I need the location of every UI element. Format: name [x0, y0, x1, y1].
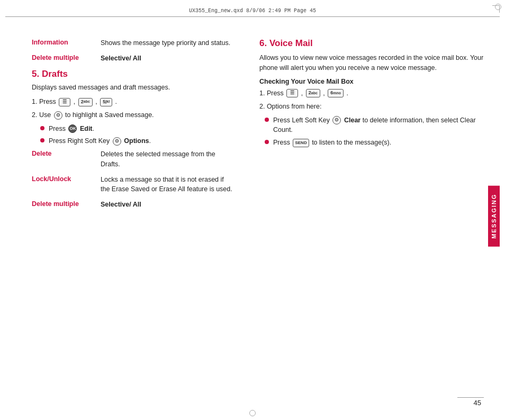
term-row-lockunlock: Lock/Unlock Locks a message so that it i… — [32, 175, 233, 195]
bullet-dot-1 — [40, 126, 44, 130]
def-delete-multiple-bottom: Selective/ All — [101, 200, 233, 210]
messaging-sidebar-tab: MESSAGING — [488, 185, 500, 246]
drafts-bullets: Press OK Edit. Press Right Soft Key ⊙ Op… — [40, 124, 233, 147]
def-delete-multiple-top: Selective/ All — [101, 53, 233, 64]
vm-left-soft-key-icon: ⊙ — [332, 116, 341, 124]
voicemail-step2: 2. Options from here: — [259, 102, 489, 112]
def-lockunlock: Locks a message so that it is not erased… — [101, 175, 233, 195]
key-5jkl-icon: 5jkl — [100, 98, 112, 106]
drafts-step2: 2. Use ⊙ to highlight a Saved message. — [32, 110, 233, 120]
term-row-delete-multiple-bottom: Delete multiple Selective/ All — [32, 200, 233, 210]
def-delete: Deletes the selected message from the Dr… — [101, 149, 233, 169]
section-title-voicemail: 6. Voice Mail — [259, 38, 489, 49]
term-row-information: Information Shows the message type prior… — [32, 38, 233, 48]
page-number: 45 — [474, 399, 481, 407]
term-delete-multiple-bottom: Delete multiple — [32, 200, 101, 208]
vm-send-key-icon: SEND — [293, 139, 309, 147]
term-delete-multiple-top: Delete multiple — [32, 53, 101, 61]
content-area: Information Shows the message type prior… — [5, 17, 500, 415]
vm-key-2abc-icon: 2abc — [306, 89, 320, 97]
term-lockunlock: Lock/Unlock — [32, 175, 101, 183]
drafts-step1: 1. Press ☰ , 2abc , 5jkl . — [32, 97, 233, 107]
vm-bullet-send: Press SEND to listen to the message(s). — [265, 138, 489, 148]
voicemail-body: Allows you to view new voice messages re… — [259, 53, 489, 74]
term-information: Information — [32, 38, 101, 46]
voicemail-step1: 1. Press ☰ , 2abc , 6mno . — [259, 88, 489, 99]
nav-key-icon: ⊙ — [54, 111, 62, 120]
vm-bullet-clear: Press Left Soft Key ⊙ Clear to delete in… — [265, 115, 489, 136]
menu-key-icon: ☰ — [59, 98, 70, 106]
term-row-delete: Delete Deletes the selected message from… — [32, 149, 233, 169]
bullet-press-right-soft-options: Press Right Soft Key ⊙ Options. — [40, 136, 233, 146]
vm-bullet-dot-2 — [265, 140, 269, 144]
drafts-body: Displays saved messages and draft messag… — [32, 83, 233, 93]
bullet-press-ok-edit: Press OK Edit. — [40, 124, 233, 134]
ok-key-icon: OK — [68, 124, 77, 133]
left-column: Information Shows the message type prior… — [5, 17, 249, 415]
right-column: 6. Voice Mail Allows you to view new voi… — [249, 17, 500, 415]
voicemail-bullets: Press Left Soft Key ⊙ Clear to delete in… — [265, 115, 489, 148]
header-bar: UX355_Eng_new.qxd 8/9/06 2:49 PM Page 45 — [5, 5, 500, 17]
vm-bullet-dot-1 — [265, 118, 269, 122]
term-delete: Delete — [32, 149, 101, 157]
page-number-line — [457, 397, 484, 398]
key-2abc-icon: 2abc — [78, 98, 93, 106]
vm-key-6mno-icon: 6mno — [328, 89, 344, 97]
section-title-drafts: 5. Drafts — [32, 69, 233, 79]
def-information: Shows the message type priority and stat… — [101, 38, 233, 48]
vm-menu-key-icon: ☰ — [286, 89, 298, 97]
voicemail-subsection: Checking Your Voice Mail Box — [259, 78, 489, 85]
term-row-delete-multiple-top: Delete multiple Selective/ All — [32, 53, 233, 64]
header-text: UX355_Eng_new.qxd 8/9/06 2:49 PM Page 45 — [14, 8, 491, 14]
right-soft-key-icon: ⊙ — [113, 137, 121, 146]
bullet-dot-2 — [40, 138, 44, 142]
